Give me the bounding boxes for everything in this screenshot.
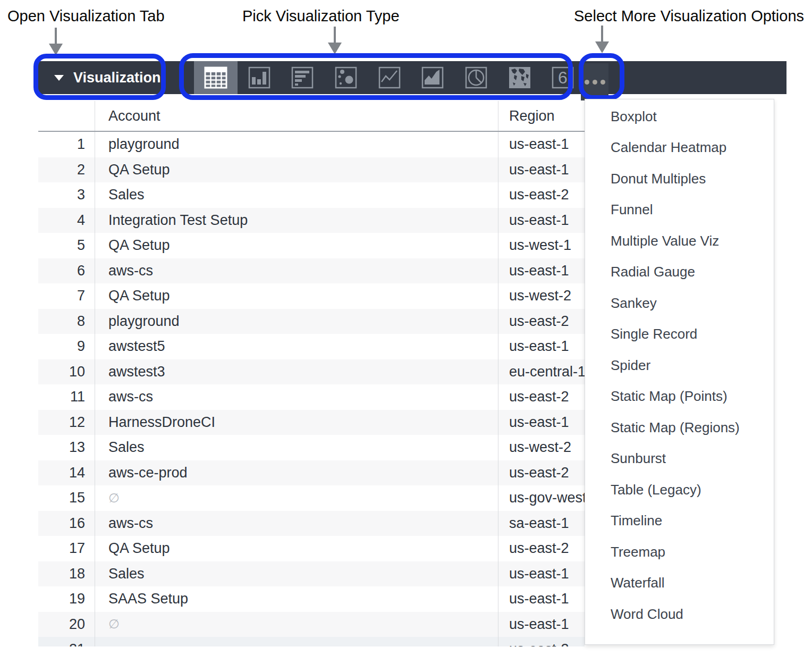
menu-item-sankey[interactable]: Sankey — [585, 288, 774, 319]
region-cell: us-east-1 — [498, 258, 585, 284]
account-cell: aws-cs — [95, 511, 498, 536]
region-cell: us-east-1 — [498, 157, 585, 183]
menu-item-sunburst[interactable]: Sunburst — [585, 443, 774, 475]
row-number-cell: 6 — [38, 258, 95, 284]
menu-item-table-legacy[interactable]: Table (Legacy) — [585, 474, 774, 506]
row-number-cell: 8 — [38, 309, 95, 334]
single-value-icon: 6 — [551, 65, 575, 90]
viz-type-map[interactable] — [498, 61, 542, 94]
annotation-select-more-options: Select More Visualization Options — [574, 7, 804, 25]
row-number-cell: 13 — [38, 435, 95, 460]
table-row: 1playgroundus-east-1 — [38, 132, 585, 157]
viz-type-scatter-plot[interactable] — [324, 61, 368, 94]
account-cell: Sales — [95, 561, 498, 587]
annotation-arrow-icon — [595, 26, 609, 53]
menu-item-boxplot[interactable]: Boxplot — [585, 101, 774, 132]
table-row: 13Salesus-west-2 — [38, 435, 585, 460]
region-cell: us-east-1 — [498, 208, 585, 233]
row-number-cell: 2 — [38, 157, 95, 183]
menu-item-single-record[interactable]: Single Record — [585, 319, 774, 350]
region-cell: us-gov-west-1 — [498, 485, 585, 511]
account-cell: QA Setup — [95, 536, 498, 561]
region-cell: us-east-1 — [498, 586, 585, 612]
viz-type-pie-chart[interactable] — [454, 61, 498, 94]
region-cell: us-east-2 — [498, 460, 585, 486]
row-number-cell: 19 — [38, 586, 95, 612]
region-cell: us-west-1 — [498, 233, 585, 258]
account-cell: aws-cs — [95, 258, 498, 284]
bar-chart-icon — [247, 65, 272, 90]
column-header-account[interactable]: Account — [95, 101, 498, 131]
viz-type-horizontal-bar-chart[interactable] — [281, 61, 324, 94]
region-cell: us-east-1 — [498, 410, 585, 435]
account-cell: aws-cs — [95, 384, 498, 410]
column-header-region[interactable]: Region — [498, 101, 585, 131]
menu-item-spider[interactable]: Spider — [585, 350, 774, 381]
menu-item-donut-multiples[interactable]: Donut Multiples — [585, 163, 774, 195]
menu-item-radial-gauge[interactable]: Radial Gauge — [585, 257, 774, 288]
world-map-icon — [508, 65, 532, 90]
table-row: 14aws-ce-produs-east-2 — [38, 460, 585, 486]
account-cell: SAAS Setup — [95, 586, 498, 612]
account-cell: awstest5 — [95, 334, 498, 359]
annotation-pick-visualization-type: Pick Visualization Type — [242, 7, 400, 25]
viz-type-strip: 6 — [194, 61, 585, 94]
table-body: 1playgroundus-east-12QA Setupus-east-13S… — [38, 132, 585, 646]
row-number-cell: 9 — [38, 334, 95, 359]
row-number-cell: 14 — [38, 460, 95, 486]
viz-type-table[interactable] — [194, 61, 238, 94]
visualization-tab[interactable]: Visualization — [38, 61, 160, 94]
table-row: 7QA Setupus-west-2 — [38, 283, 585, 309]
table-row: 18Salesus-east-1 — [38, 561, 585, 587]
visualization-toolbar: Visualization — [38, 61, 786, 94]
row-number-cell: 12 — [38, 410, 95, 435]
region-cell: us-east-2 — [498, 637, 585, 646]
table-row: 10awstest3eu-central-1 — [38, 359, 585, 385]
visualization-options-menu: BoxplotCalendar HeatmapDonut MultiplesFu… — [585, 99, 774, 645]
account-cell: playground — [95, 309, 498, 334]
account-cell — [95, 637, 498, 646]
menu-item-treemap[interactable]: Treemap — [585, 536, 774, 568]
pie-chart-icon — [464, 65, 488, 90]
menu-item-timeline[interactable]: Timeline — [585, 506, 774, 537]
viz-type-area-chart[interactable] — [411, 61, 454, 94]
region-cell: us-east-2 — [498, 309, 585, 334]
account-cell: Sales — [95, 182, 498, 208]
table-row: 16aws-cssa-east-1 — [38, 511, 585, 536]
region-cell: us-east-1 — [498, 561, 585, 587]
row-number-cell: 17 — [38, 536, 95, 561]
menu-item-static-map-regions[interactable]: Static Map (Regions) — [585, 412, 774, 443]
table-row: 15∅us-gov-west-1 — [38, 485, 585, 511]
table-row: 4Integration Test Setupus-east-1 — [38, 208, 585, 233]
menu-item-funnel[interactable]: Funnel — [585, 195, 774, 226]
row-number-cell: 7 — [38, 283, 95, 309]
row-number-cell: 18 — [38, 561, 95, 587]
account-cell: QA Setup — [95, 233, 498, 258]
viz-type-bar-chart[interactable] — [238, 61, 281, 94]
menu-item-calendar-heatmap[interactable]: Calendar Heatmap — [585, 132, 774, 164]
account-cell: HarnessDroneCI — [95, 410, 498, 435]
account-cell: ∅ — [95, 612, 498, 637]
menu-item-multiple-value-viz[interactable]: Multiple Value Viz — [585, 225, 774, 257]
region-cell: sa-east-1 — [498, 511, 585, 536]
table-icon — [204, 65, 228, 90]
menu-item-static-map-points[interactable]: Static Map (Points) — [585, 381, 774, 413]
row-number-cell: 4 — [38, 208, 95, 233]
more-visualization-options-button[interactable] — [581, 63, 608, 100]
annotation-open-visualization-tab: Open Visualization Tab — [7, 7, 165, 25]
table-row: 9awstest5us-east-1 — [38, 334, 585, 359]
menu-item-word-cloud[interactable]: Word Cloud — [585, 599, 774, 630]
table-row: 21us-east-2 — [38, 637, 585, 646]
account-cell: QA Setup — [95, 157, 498, 183]
viz-type-line-chart[interactable] — [368, 61, 411, 94]
menu-item-waterfall[interactable]: Waterfall — [585, 568, 774, 599]
viz-type-single-value[interactable]: 6 — [542, 61, 585, 94]
region-cell: us-west-2 — [498, 283, 585, 309]
ellipsis-icon — [593, 80, 597, 85]
horizontal-bar-chart-icon — [290, 65, 315, 90]
account-cell: aws-ce-prod — [95, 460, 498, 486]
visualization-tab-label: Visualization — [73, 70, 161, 86]
svg-text:6: 6 — [558, 68, 568, 87]
table-row: 2QA Setupus-east-1 — [38, 157, 585, 183]
region-cell: us-west-2 — [498, 435, 585, 460]
